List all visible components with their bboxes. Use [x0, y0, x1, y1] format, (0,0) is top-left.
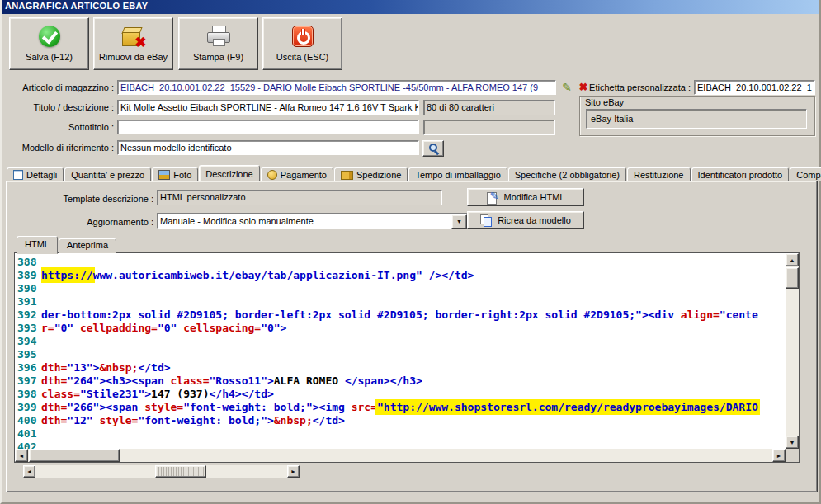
code-segment: cellpadding=: [80, 322, 158, 334]
tab-label: Pagamento: [281, 170, 327, 180]
code-segment: "266"><span: [67, 401, 144, 413]
print-button[interactable]: Stampa (F9): [178, 17, 258, 70]
power-bar: [301, 29, 305, 35]
scroll-left-icon[interactable]: ◄: [15, 449, 28, 462]
custom-label-field[interactable]: EIBACH_20.10.001.02.22_1: [694, 80, 815, 95]
recreate-button-label: Ricrea da modello: [498, 215, 571, 225]
remove-button-label: Rimuovi da eBay: [99, 52, 168, 62]
custom-label-label: Etichetta personalizzata :: [575, 80, 691, 95]
subtab-label: Anteprima: [67, 240, 108, 250]
tab-foto[interactable]: Foto: [152, 167, 198, 181]
subtab-bar: HTMLAnteprima: [17, 236, 117, 252]
html-code-editor[interactable]: 3883893903913923933943953963973983994004…: [14, 252, 800, 463]
line-number: 400: [17, 414, 42, 427]
search-model-button[interactable]: [422, 140, 444, 157]
tab-label: Spedizione: [356, 170, 401, 180]
code-segment: align=: [681, 309, 720, 321]
tab-restituzione[interactable]: Restituzione: [627, 167, 691, 181]
code-segment: src=: [352, 401, 377, 413]
tab-label: Restituzione: [634, 170, 684, 180]
code-segment: "cente: [720, 309, 758, 321]
main-tab-bar: DettagliQuantita' e prezzoFotoDescrizion…: [7, 165, 821, 181]
ebay-site-value: eBay Italia: [591, 114, 633, 124]
description-panel: Template descrizione : HTML personalizza…: [6, 181, 818, 492]
code-segment: ALFA ROMEO: [274, 374, 345, 387]
title-description-field[interactable]: Kit Molle Assetto Eibach SPORTLINE - Alf…: [117, 100, 419, 115]
template-description-value: HTML personalizzato: [160, 192, 246, 202]
panel-scroll-left-icon[interactable]: ◄: [23, 465, 35, 478]
edit-html-button[interactable]: Modifica HTML: [467, 188, 584, 206]
ebay-site-groupbox: Sito eBay eBay Italia: [579, 96, 815, 136]
reference-model-field[interactable]: Nessun modello identificato: [117, 140, 419, 155]
scroll-down-icon[interactable]: ▼: [786, 436, 799, 449]
recreate-copy-icon: [480, 214, 493, 227]
subtab-html[interactable]: HTML: [17, 236, 58, 254]
code-line: dth="264"><h3><span class="Rosso11">ALFA…: [41, 374, 786, 388]
code-segment: 147 (937): [151, 388, 209, 400]
dropdown-arrow-icon[interactable]: ▼: [451, 214, 467, 229]
horizontal-scroll-thumb[interactable]: [29, 449, 120, 462]
scroll-right-icon[interactable]: ►: [772, 449, 786, 462]
line-number: 391: [17, 295, 42, 309]
payment-icon: [267, 170, 277, 180]
save-check-icon: [39, 26, 60, 47]
code-line: [41, 282, 786, 295]
panel-scroll-right-icon[interactable]: ►: [287, 465, 300, 478]
remove-ebay-icon: ✖: [121, 26, 146, 47]
save-button-label: Salva (F12): [26, 52, 73, 62]
red-x-overlay-icon: ✖: [134, 35, 146, 49]
window-titlebar: ANAGRAFICA ARTICOLO EBAY: [2, 0, 819, 14]
subtitle-field[interactable]: [117, 120, 419, 134]
edit-html-icon: [487, 191, 499, 204]
scrollbar-corner: [786, 449, 799, 462]
line-number: 392: [17, 309, 42, 322]
line-number: 396: [17, 361, 42, 374]
warehouse-article-field[interactable]: EIBACH_20.10.001.02.22_15529 - DARIO Mol…: [117, 80, 556, 95]
code-segment: dth=: [41, 361, 67, 374]
save-button[interactable]: Salva (F12): [9, 17, 89, 70]
remove-from-ebay-button[interactable]: ✖ Rimuovi da eBay: [93, 17, 173, 70]
subtab-anteprima[interactable]: Anteprima: [59, 238, 116, 253]
code-segment: "Stile231">: [80, 388, 151, 400]
shipping-icon: [341, 171, 353, 180]
tab-specifiche-2-obbligatorie[interactable]: Specifiche (2 obbligatorie): [508, 167, 626, 181]
scroll-up-icon[interactable]: ▲: [786, 253, 799, 266]
line-number: 398: [17, 388, 42, 401]
panel-scroll-thumb[interactable]: [155, 465, 206, 478]
code-segment: </td>: [313, 414, 345, 426]
code-segment: class=: [171, 374, 210, 387]
code-line: [41, 440, 786, 449]
tab-spedizione[interactable]: Spedizione: [334, 167, 408, 181]
highlighted-code: "http://www.shopstoresrl.com/ready/ready…: [377, 401, 758, 413]
code-segment: </span></h3>: [345, 374, 422, 387]
code-segment: "264"><h3><span: [67, 374, 170, 387]
panel-horizontal-scrollbar[interactable]: ◄ ►: [23, 465, 300, 478]
vertical-scroll-thumb[interactable]: [786, 267, 799, 289]
code-line: dth="13">&nbsp;</td>: [41, 361, 786, 374]
edit-html-button-label: Modifica HTML: [504, 192, 565, 202]
recreate-from-template-button[interactable]: Ricrea da modello: [467, 211, 584, 229]
code-segment: style=: [99, 414, 138, 426]
tab-pagamento[interactable]: Pagamento: [261, 167, 333, 181]
tab-dettagli[interactable]: Dettagli: [7, 167, 64, 181]
update-mode-label: Aggiornamento :: [7, 214, 153, 229]
code-segment: "0": [54, 322, 80, 334]
editor-horizontal-scrollbar[interactable]: ◄ ►: [15, 449, 786, 462]
tab-quantita-e-prezzo[interactable]: Quantita' e prezzo: [64, 167, 151, 181]
highlighted-code: https://: [41, 269, 93, 281]
tab-identificatori-prodotto[interactable]: Identificatori prodotto: [691, 167, 790, 181]
tab-label: Dettagli: [26, 170, 57, 180]
code-segment: style=: [144, 401, 183, 413]
editor-vertical-scrollbar[interactable]: ▲ ▼: [786, 253, 799, 449]
warehouse-article-value[interactable]: EIBACH_20.10.001.02.22_15529 - DARIO Mol…: [120, 82, 538, 92]
edit-pencil-icon[interactable]: ✎: [560, 81, 573, 94]
tab-tempo-di-imballaggio[interactable]: Tempo di imballaggio: [408, 167, 507, 181]
tab-descrizione[interactable]: Descrizione: [199, 165, 259, 181]
tab-compatibilit[interactable]: Compatibilità: [790, 167, 821, 181]
exit-button[interactable]: Uscita (ESC): [262, 17, 342, 70]
code-line: der-bottom:2px solid #2D9105; border-lef…: [41, 309, 786, 322]
line-number: 393: [17, 322, 42, 335]
update-mode-dropdown[interactable]: Manuale - Modifica solo manualmente ▼: [157, 213, 469, 229]
tab-label: Quantita' e prezzo: [71, 170, 144, 180]
code-pane[interactable]: https://www.autoricambiweb.it/ebay/tab/a…: [41, 253, 786, 449]
